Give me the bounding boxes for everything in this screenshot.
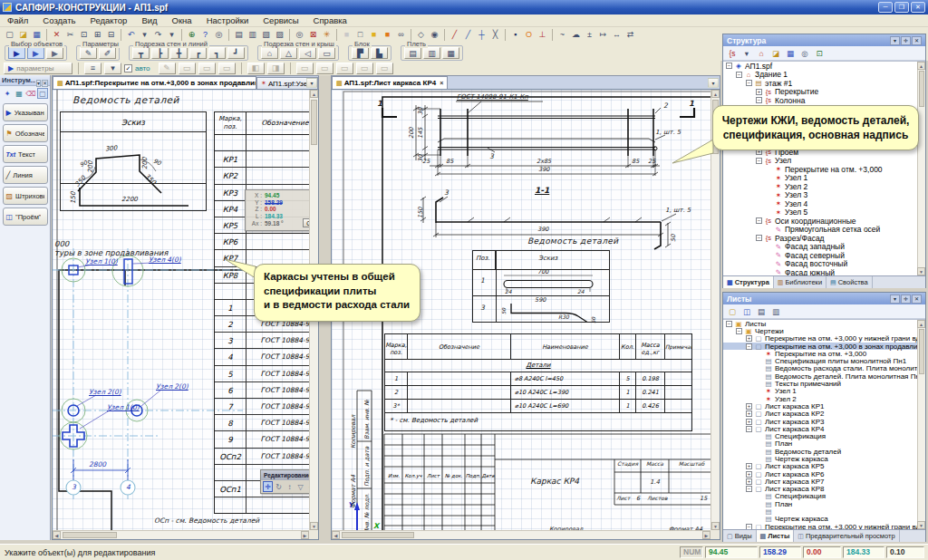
tool-button[interactable]: ◁ [299,47,316,59]
panel-tab[interactable]: ▦Структура [723,276,774,288]
open-icon[interactable]: ◪ [16,28,30,41]
shade-orange-icon[interactable]: ■ [381,28,394,41]
panel-tab[interactable]: ▤Листы [757,530,795,542]
tree-item[interactable]: ▤Спецификация [723,493,917,500]
disabled-tool[interactable]: ▭ [198,63,216,74]
ok-button[interactable]: OK [303,218,309,227]
expander-icon[interactable]: − [746,486,752,492]
tool-button[interactable]: ┏ [189,47,207,59]
mini-tool[interactable]: ⌫ [25,88,36,99]
tree-scrollbar[interactable]: ▲▼ [917,62,925,275]
disabled-tool[interactable]: ▭ [179,63,196,74]
tool-0[interactable]: ▶Указывание [3,103,48,121]
edit-tool-icon[interactable]: ▽ [295,481,305,492]
new-icon[interactable]: ▢ [3,28,16,41]
tree-item[interactable]: ✎Прямоугольная сетка осей [723,226,917,235]
tool-5[interactable]: ◫"Проём" [3,208,48,226]
tool-button[interactable]: ▥ [423,47,440,59]
sheets-tool-3[interactable]: ▥ [769,305,782,317]
tree-item[interactable]: ▤Тексты примечаний [723,380,917,387]
move-y-icon[interactable]: ↦ [596,28,610,41]
mini-tool[interactable]: ▦ [14,88,24,99]
pin-icon[interactable]: ✛ [901,36,911,45]
close-icon[interactable]: ✕ [42,80,48,87]
sheets-tool-0[interactable]: ▢ [726,305,739,317]
zoom-all-icon[interactable]: ⊕ [185,28,198,41]
structure-panel-caption[interactable]: Структура▾✛✕ [723,34,925,46]
tool-button[interactable]: ▭ [318,47,335,59]
expander-icon[interactable]: + [746,410,752,417]
stretch-h-icon[interactable]: ↔ [610,28,624,41]
tool-button[interactable]: ┛ [227,47,245,59]
title-bar[interactable]: САПФИР-КОНСТРУКЦИИ - АП1.spf ─ ❐ ✕ [0,0,928,14]
tree-item[interactable]: ✶Узел 5 [723,208,917,217]
expander-icon[interactable]: − [746,426,752,432]
tool-button[interactable]: ▶ [46,47,63,59]
tool-button[interactable]: ✎ [80,47,97,59]
panel-tab[interactable]: ▥Библиотеки [774,276,826,288]
tree-item[interactable]: ✶Узел 1 [723,174,917,183]
auto-checkbox[interactable]: ✓ [124,64,132,72]
document-tab-t1[interactable]: ▤АП1.spf:Перекрытие на отм.+3,000 в зона… [53,76,256,89]
level-icon[interactable]: ⊥ [536,28,549,41]
structure-tool-5[interactable]: ◎ [798,47,811,59]
structure-tool-4[interactable]: ▦ [784,47,797,59]
instruments-panel-caption[interactable]: Инструм... ▾✕ [0,75,50,86]
paste-special-icon[interactable]: ⊟ [104,28,118,41]
tree-item[interactable]: ✶Узел 4 [723,199,917,208]
tree-item[interactable]: −▤этаж #1 [723,79,917,88]
cut-icon[interactable]: ✂ [63,28,77,41]
tool-button[interactable]: ▦ [442,47,459,59]
tree-item[interactable]: −▢Перекрытие на отм. +3,000 у нижней гра… [723,523,917,529]
tool-button[interactable]: ▶ [27,47,44,59]
box-dark-icon[interactable]: ▪ [508,28,522,41]
coordinate-input-panel[interactable]: X :94.45 Y :158.29 Z :0.00 L :184.33 Ax … [245,189,309,231]
menu-item-6[interactable]: Сервисы [256,15,305,25]
tool-4[interactable]: ▨Штриховка [3,187,48,205]
menu-item-4[interactable]: Окна [165,15,199,25]
menu-item-5[interactable]: Настройки [199,15,256,25]
menu-item-3[interactable]: Вид [134,15,164,25]
tool-button[interactable]: ┳ [132,47,150,59]
cloud-icon[interactable]: ☁ [569,28,583,41]
shade-yellow-icon[interactable]: ■ [367,28,381,41]
expander-icon[interactable]: + [746,471,752,478]
disabled-tool[interactable]: ✎ [159,63,176,74]
menu-item-1[interactable]: Создать [35,15,82,25]
disabled-tool[interactable]: ▭ [336,63,353,74]
paste-icon[interactable]: ⊞ [91,28,104,41]
tree-item[interactable]: −{ѕКолонна [723,96,917,105]
find-icon[interactable]: ◎ [293,28,306,41]
delete-icon[interactable]: ✕ [50,28,63,41]
copy-icon[interactable]: ⊡ [77,28,91,41]
tree-scrollbar[interactable]: ▲▼ [917,320,925,529]
structure-tool-6[interactable]: ⊡ [813,47,826,59]
structure-tool-1[interactable]: ▾ [740,47,753,59]
disabled-tool[interactable]: ◨ [267,63,285,74]
expander-icon[interactable]: + [746,463,752,469]
expander-icon[interactable]: + [746,403,752,410]
tree-item[interactable]: ✎Фасад западный [723,243,917,252]
tool-button[interactable]: ⌂ [261,47,278,59]
tree-item[interactable]: ▤План [723,500,917,507]
minimize-button[interactable]: ─ [878,2,893,13]
tree-item[interactable]: ✎Фасад восточный [723,260,917,269]
tool-3[interactable]: ╱Линия [3,166,48,184]
tab-overflow-button[interactable]: ▾ [306,78,317,88]
plus-minus-icon[interactable]: ± [583,28,596,41]
expander-icon[interactable]: − [726,63,732,69]
redo-icon[interactable]: ↷ [151,28,165,41]
edit-tool-icon[interactable]: ↕ [285,481,295,492]
context-help-icon[interactable]: ◎ [212,28,226,41]
expander-icon[interactable]: − [756,217,762,224]
undo-icon[interactable]: ↶ [124,28,138,41]
structure-tool-3[interactable]: ◪ [769,47,782,59]
disabled-tool[interactable]: ◧ [247,63,265,74]
disabled-tool[interactable]: ▭ [316,63,334,74]
mini-tool[interactable]: ▢ [37,88,48,99]
expander-icon[interactable]: + [746,335,752,342]
menu-item-7[interactable]: Справка [306,15,354,25]
stereo-glasses-icon[interactable]: ∞ [394,28,408,41]
snap-x-icon[interactable]: ╳ [488,28,502,41]
view-2-icon[interactable]: ▥ [246,28,259,41]
